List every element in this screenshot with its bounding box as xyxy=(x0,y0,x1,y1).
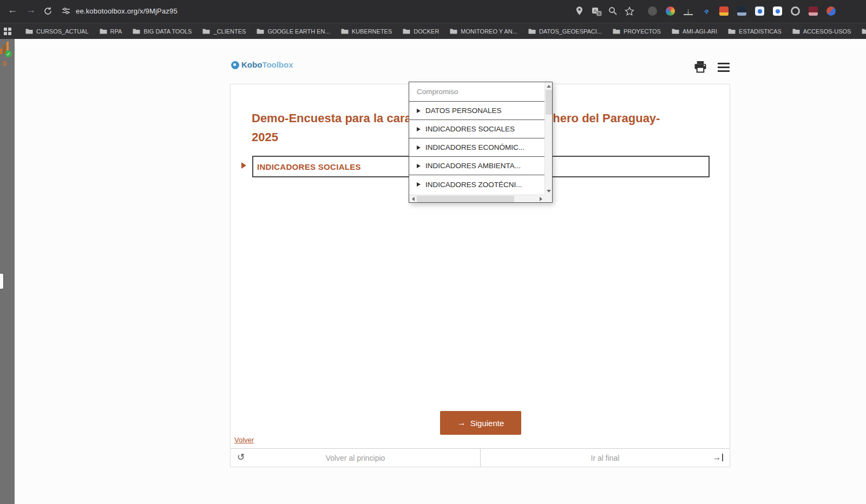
bookmark-label: GOOGLE EARTH EN... xyxy=(267,28,330,35)
bookmark-item[interactable]: PROYECTOS xyxy=(607,23,666,39)
bookmark-item[interactable]: ESTADISTICAS xyxy=(723,23,787,39)
bookmark-item[interactable]: DATOS_GEOESPACI... xyxy=(523,23,607,39)
vertical-scroll-thumb[interactable] xyxy=(546,90,552,115)
bookmarks-bar: CURSOS_ACTUAL RPA BIG DATA TOOLS _CLIENT… xyxy=(0,23,866,39)
extension-icon-7[interactable] xyxy=(755,6,764,16)
jump-menu-item[interactable]: INDICADORES ZOOTÉCNI... xyxy=(409,175,544,194)
jump-item-label: INDICADORES ZOOTÉCNI... xyxy=(425,181,522,189)
jump-item-label: DATOS PERSONALES xyxy=(425,107,502,115)
jump-menu-item[interactable]: INDICADORES AMBIENTA... xyxy=(409,157,544,175)
bar-chart-icon xyxy=(0,49,2,54)
scroll-up-icon[interactable] xyxy=(545,82,553,90)
check-badge-icon: ✓ xyxy=(5,50,12,57)
bookmark-item[interactable]: ACCESOS-USOS xyxy=(787,23,857,39)
menu-hamburger-icon[interactable] xyxy=(718,63,730,74)
bookmark-item[interactable]: CURSOS_ACTUAL xyxy=(20,23,94,39)
expand-triangle-icon xyxy=(417,145,421,150)
bookmark-label: RPA xyxy=(110,28,122,35)
back-icon[interactable]: ← xyxy=(8,4,17,16)
kobotoolbox-logo-icon xyxy=(231,61,239,69)
left-strip xyxy=(0,39,15,504)
last-page-button[interactable]: Ir al final → xyxy=(480,449,730,467)
back-link[interactable]: Volver xyxy=(234,436,254,444)
first-page-label: Volver al principio xyxy=(326,454,385,462)
next-button[interactable]: → Siguiente xyxy=(440,411,521,435)
vertical-scrollbar[interactable] xyxy=(544,82,552,195)
expand-triangle-icon xyxy=(417,109,421,113)
folder-icon xyxy=(341,28,349,35)
extension-icon-1[interactable] xyxy=(648,6,657,16)
bookmark-item[interactable]: CONVERSI xyxy=(856,23,866,39)
expand-triangle-icon xyxy=(417,164,421,168)
folder-icon xyxy=(450,28,457,35)
bookmark-item[interactable]: AMI-AGI-ARI xyxy=(666,23,723,39)
last-page-icon: → xyxy=(713,453,724,462)
translate-icon[interactable]: A a xyxy=(592,6,602,16)
scroll-left-icon[interactable] xyxy=(409,195,417,203)
url-bar[interactable]: ee.kobotoolbox.org/x/9MjPaz95 xyxy=(76,7,178,15)
next-button-label: Siguiente xyxy=(470,419,504,428)
jump-menu-item[interactable]: Compromiso xyxy=(409,82,544,102)
scroll-down-icon[interactable] xyxy=(545,187,553,195)
bookmark-label: CURSOS_ACTUAL xyxy=(36,28,89,35)
favorite-star-icon[interactable] xyxy=(625,6,634,16)
bookmark-item[interactable]: BIG DATA TOOLS xyxy=(127,23,197,39)
extensions-area: ↓» xyxy=(648,6,836,16)
jump-menu-item[interactable]: DATOS PERSONALES xyxy=(409,102,544,120)
jump-item-label: INDICADORES SOCIALES xyxy=(425,125,515,133)
bookmark-item[interactable]: MONITOREO Y AN... xyxy=(444,23,523,39)
horizontal-scroll-thumb[interactable] xyxy=(417,196,514,202)
apps-grid-icon[interactable] xyxy=(4,28,11,35)
panel-collapse-handle[interactable] xyxy=(0,273,4,289)
folder-icon xyxy=(25,28,33,35)
horizontal-scrollbar[interactable] xyxy=(409,195,544,202)
folder-icon xyxy=(672,28,679,35)
folder-icon xyxy=(133,28,140,35)
jump-menu-item[interactable]: INDICADORES SOCIALES xyxy=(409,120,544,138)
reload-icon[interactable] xyxy=(43,6,53,16)
form-footer-nav: ↺ Volver al principio Ir al final → xyxy=(231,448,730,467)
extension-icon-9[interactable] xyxy=(791,6,800,16)
profile-avatar[interactable] xyxy=(826,6,836,16)
bookmark-item[interactable]: RPA xyxy=(94,23,128,39)
group-collapse-arrow-icon[interactable] xyxy=(241,162,246,169)
jump-menu-items: Compromiso DATOS PERSONALES INDICADORES … xyxy=(409,82,544,195)
folder-icon xyxy=(528,28,536,35)
bookmark-label: _CLIENTES xyxy=(213,28,246,35)
folder-icon xyxy=(202,28,210,35)
bookmark-label: KUBERNETES xyxy=(352,28,392,35)
extension-icon-5[interactable] xyxy=(719,6,729,16)
scrollbar-corner xyxy=(544,195,552,202)
extension-icon-6[interactable] xyxy=(737,6,746,16)
logo-kobo-text: Kobo xyxy=(241,60,262,69)
jump-item-label: INDICADORES ECONÓMIC... xyxy=(425,143,524,151)
print-icon[interactable] xyxy=(693,61,707,75)
bookmark-item[interactable]: _CLIENTES xyxy=(197,23,251,39)
jump-menu-item[interactable]: INDICADORES ECONÓMIC... xyxy=(409,138,544,157)
bookmark-items: CURSOS_ACTUAL RPA BIG DATA TOOLS _CLIENT… xyxy=(20,23,866,39)
forward-icon[interactable]: → xyxy=(26,4,36,16)
site-settings-icon[interactable] xyxy=(62,6,70,15)
extension-icon-2[interactable] xyxy=(666,6,675,16)
extension-icon-10[interactable] xyxy=(809,6,818,16)
bookmark-item[interactable]: DOCKER xyxy=(397,23,444,39)
bookmark-label: PROYECTOS xyxy=(624,28,661,35)
zoom-icon[interactable] xyxy=(608,6,617,15)
expand-triangle-icon xyxy=(417,127,421,131)
bookmark-label: AMI-AGI-ARI xyxy=(683,28,717,35)
first-page-icon: ↺ xyxy=(237,452,245,462)
bookmark-item[interactable]: GOOGLE EARTH EN... xyxy=(251,23,335,39)
location-pin-icon[interactable] xyxy=(576,6,583,16)
expand-triangle-icon xyxy=(417,182,421,187)
folder-icon xyxy=(257,28,264,35)
stats-widget[interactable]: ✓ xyxy=(0,40,12,57)
scroll-right-icon[interactable] xyxy=(537,195,544,203)
next-arrow-icon: → xyxy=(457,418,466,428)
bookmark-item[interactable]: KUBERNETES xyxy=(336,23,398,39)
extension-icon-3[interactable]: ↓ xyxy=(684,7,693,15)
first-page-button[interactable]: ↺ Volver al principio xyxy=(231,449,480,467)
extension-icon-4[interactable]: » xyxy=(699,4,712,17)
folder-icon xyxy=(792,28,800,35)
extension-icon-8[interactable] xyxy=(773,6,782,16)
kobotoolbox-logo[interactable]: KoboToolbox xyxy=(231,60,293,70)
